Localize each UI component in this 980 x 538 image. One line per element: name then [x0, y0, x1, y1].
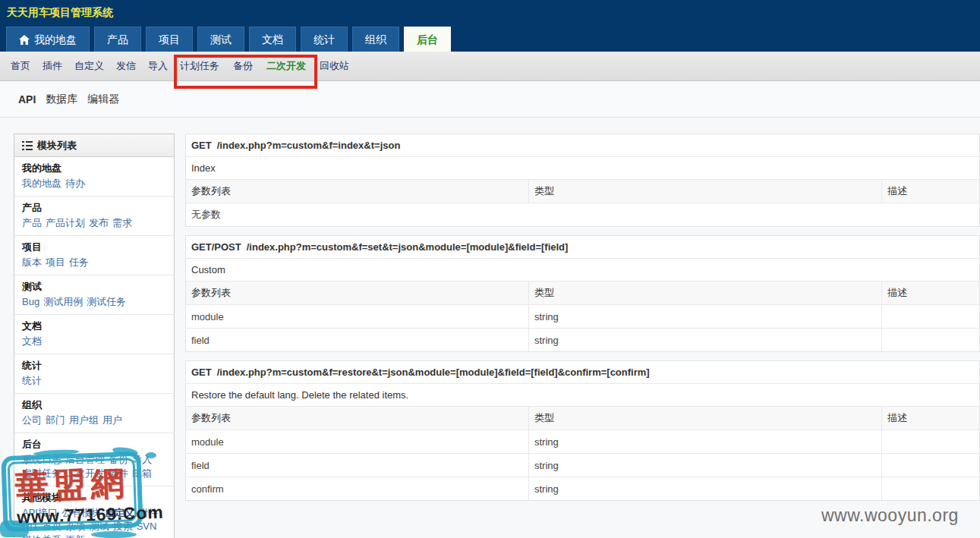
sidebar-link-Bug[interactable]: Bug	[22, 296, 39, 307]
param-row: modulestring	[186, 430, 979, 454]
tab-label: 项目	[159, 28, 180, 52]
col-header-params: 参数列表	[186, 407, 528, 429]
sidebar-link-模块关系[interactable]: 模块关系	[22, 534, 61, 538]
sidebar-link-用户[interactable]: 用户	[102, 414, 122, 426]
param-desc	[881, 477, 979, 500]
tab-组织[interactable]: 组织	[352, 27, 399, 52]
feature-nav: API数据库编辑器	[0, 81, 980, 118]
sidebar-section-title: 我的地盘	[22, 162, 166, 175]
sidebar-section-links: 版本项目任务	[22, 256, 166, 269]
stamp-brand-text: 華盟網	[6, 461, 138, 510]
subnav-item-导入[interactable]: 导入	[148, 59, 168, 73]
col-header-type: 类型	[528, 407, 881, 429]
main-nav: 我的地盘产品项目测试文档统计组织后台	[0, 25, 980, 52]
feature-item-数据库[interactable]: 数据库	[46, 93, 77, 106]
tab-label: 统计	[314, 28, 335, 52]
param-name: module	[186, 430, 528, 453]
sidebar-section-title: 组织	[22, 398, 166, 412]
sidebar-link-我的地盘[interactable]: 我的地盘	[22, 178, 61, 189]
subnav-item-计划任务[interactable]: 计划任务	[180, 59, 219, 73]
no-params-label: 无参数	[186, 203, 979, 226]
tab-测试[interactable]: 测试	[197, 27, 244, 52]
sidebar-link-用户组[interactable]: 用户组	[69, 414, 99, 426]
sidebar-link-任务[interactable]: 任务	[69, 256, 89, 268]
sidebar-section: 组织公司部门用户组用户	[14, 394, 174, 433]
sidebar-section-links: 公司部门用户组用户	[22, 414, 166, 427]
sidebar-section-title: 文档	[22, 319, 166, 333]
sidebar-link-文档[interactable]: 文档	[22, 335, 42, 347]
app-title: 天天用车项目管理系统	[7, 6, 113, 18]
col-header-type: 类型	[528, 282, 881, 304]
feature-item-API[interactable]: API	[18, 93, 36, 105]
col-header-desc: 描述	[881, 282, 979, 304]
param-table-header: 参数列表类型描述	[186, 407, 979, 430]
sidebar-section: 统计统计	[14, 354, 174, 394]
sidebar-section-links: 产品产品计划发布需求	[22, 216, 166, 230]
sidebar-link-测试任务[interactable]: 测试任务	[87, 296, 126, 307]
stamp-ink-blob	[91, 531, 137, 538]
subnav-item-发信[interactable]: 发信	[116, 59, 136, 73]
api-description: Custom	[186, 259, 979, 282]
tab-我的地盘[interactable]: 我的地盘	[6, 27, 90, 52]
param-desc	[881, 329, 979, 351]
tab-后台[interactable]: 后台	[404, 27, 451, 52]
subnav-item-回收站[interactable]: 回收站	[320, 59, 349, 73]
sidebar-link-发布[interactable]: 发布	[89, 217, 109, 228]
param-type: string	[528, 454, 881, 477]
col-header-desc: 描述	[881, 180, 979, 203]
sub-nav: 首页插件自定义发信导入计划任务备份二次开发回收站	[0, 52, 980, 81]
app-window: 天天用车项目管理系统 我的地盘产品项目测试文档统计组织后台 首页插件自定义发信导…	[0, 0, 980, 538]
tab-项目[interactable]: 项目	[146, 27, 193, 52]
sidebar-section: 我的地盘我的地盘待办	[14, 157, 174, 197]
sidebar-section: 文档文档	[14, 315, 174, 354]
tab-label: 产品	[107, 28, 128, 52]
subnav-item-首页[interactable]: 首页	[11, 59, 30, 73]
sidebar-section: 产品产品产品计划发布需求	[14, 197, 174, 236]
http-method: GET	[191, 367, 212, 378]
feature-item-编辑器[interactable]: 编辑器	[87, 93, 119, 106]
param-type: string	[528, 305, 881, 328]
sidebar-link-部门[interactable]: 部门	[46, 414, 65, 426]
sidebar-link-测试用例[interactable]: 测试用例	[43, 296, 83, 307]
sidebar-section-title: 后台	[22, 438, 166, 451]
tab-文档[interactable]: 文档	[249, 27, 296, 52]
subnav-item-自定义[interactable]: 自定义	[74, 59, 104, 73]
tab-统计[interactable]: 统计	[301, 27, 348, 52]
sidebar-link-公司[interactable]: 公司	[22, 414, 42, 426]
sidebar-link-版本[interactable]: 版本	[22, 256, 42, 268]
sidebar-link-产品计划[interactable]: 产品计划	[46, 217, 85, 228]
param-desc	[881, 430, 979, 453]
param-row: fieldstring	[186, 454, 979, 477]
api-description: Index	[186, 157, 979, 180]
sidebar-link-更新[interactable]: 更新	[65, 534, 85, 538]
param-type: string	[528, 329, 881, 351]
subnav-item-备份[interactable]: 备份	[233, 59, 253, 73]
tab-产品[interactable]: 产品	[94, 27, 141, 52]
sidebar-link-待办[interactable]: 待办	[65, 178, 85, 189]
tab-label: 后台	[417, 28, 438, 52]
sidebar-section-links: 统计	[22, 374, 166, 388]
param-name: field	[186, 329, 528, 351]
sidebar-link-项目[interactable]: 项目	[46, 256, 65, 268]
subnav-item-二次开发[interactable]: 二次开发	[266, 59, 306, 73]
http-method: GET/POST	[191, 241, 241, 253]
tab-label: 测试	[210, 28, 232, 52]
sidebar-section-title: 项目	[22, 241, 166, 254]
param-row: modulestring	[186, 305, 979, 329]
endpoint-url: /index.php?m=custom&f=index&t=json	[217, 140, 401, 151]
sidebar-section: 项目版本项目任务	[14, 236, 174, 275]
titlebar: 天天用车项目管理系统	[0, 0, 980, 25]
sidebar-link-产品[interactable]: 产品	[22, 217, 42, 228]
param-desc	[881, 305, 979, 328]
api-endpoint-header: GET/index.php?m=custom&f=index&t=json	[186, 134, 979, 157]
sidebar-link-需求[interactable]: 需求	[112, 217, 132, 228]
api-description: Restore the default lang. Delete the rel…	[186, 384, 979, 407]
subnav-item-插件[interactable]: 插件	[43, 59, 62, 73]
sidebar-link-统计[interactable]: 统计	[22, 375, 42, 386]
sidebar-section-title: 产品	[22, 201, 166, 215]
col-header-params: 参数列表	[186, 180, 528, 203]
param-name: field	[186, 454, 528, 477]
col-header-desc: 描述	[881, 407, 979, 429]
sidebar-section: 测试Bug测试用例测试任务	[14, 275, 174, 315]
api-endpoint-header: GET/POST/index.php?m=custom&f=set&t=json…	[186, 236, 979, 259]
